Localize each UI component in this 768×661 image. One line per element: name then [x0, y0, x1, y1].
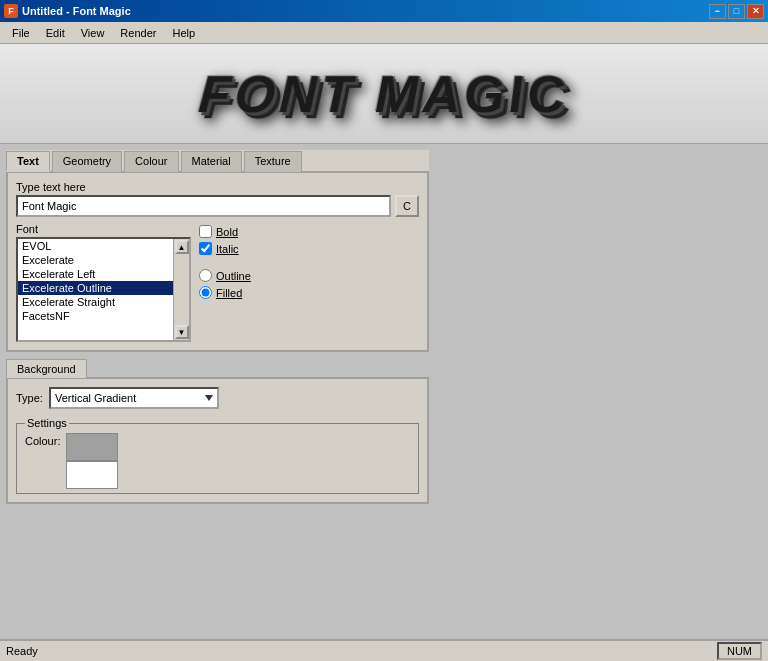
colour-label: Colour:: [25, 433, 60, 447]
type-select[interactable]: None Solid Colour Vertical Gradient Hori…: [49, 387, 219, 409]
background-tab[interactable]: Background: [6, 359, 87, 378]
app-icon: F: [4, 4, 18, 18]
tab-geometry[interactable]: Geometry: [52, 151, 122, 172]
background-tab-bar: Background: [6, 358, 429, 379]
colour-row: Colour:: [25, 433, 410, 489]
filled-row: Filled: [199, 286, 251, 299]
colour-swatch-top[interactable]: [66, 433, 118, 461]
font-label: Font: [16, 223, 191, 235]
scrollbar-up[interactable]: ▲: [175, 240, 189, 254]
type-text-group: Type text here C: [16, 181, 419, 217]
tab-material[interactable]: Material: [181, 151, 242, 172]
bold-label: Bold: [216, 226, 238, 238]
italic-checkbox[interactable]: [199, 242, 212, 255]
left-panel: Text Geometry Colour Material Texture Ty…: [0, 144, 435, 639]
font-list-group: Font EVOL Excelerate Excelerate Left Exc…: [16, 223, 191, 342]
maximize-button[interactable]: □: [728, 4, 745, 19]
outline-row: Outline: [199, 269, 251, 282]
font-item-excelerate-left[interactable]: Excelerate Left: [18, 267, 173, 281]
settings-group: Settings Colour:: [16, 417, 419, 494]
background-content: Type: None Solid Colour Vertical Gradien…: [8, 379, 427, 502]
menu-file[interactable]: File: [4, 25, 38, 41]
font-item-evol[interactable]: EVOL: [18, 239, 173, 253]
menu-help[interactable]: Help: [164, 25, 203, 41]
bold-checkbox[interactable]: [199, 225, 212, 238]
type-label: Type:: [16, 392, 43, 404]
type-text-label: Type text here: [16, 181, 419, 193]
close-button[interactable]: ✕: [747, 4, 764, 19]
font-list[interactable]: EVOL Excelerate Excelerate Left Excelera…: [18, 239, 173, 340]
italic-label: Italic: [216, 243, 239, 255]
menu-bar: File Edit View Render Help: [0, 22, 768, 44]
filled-radio[interactable]: [199, 286, 212, 299]
outline-label: Outline: [216, 270, 251, 282]
clear-button[interactable]: C: [395, 195, 419, 217]
font-item-excelerate-outline[interactable]: Excelerate Outline: [18, 281, 173, 295]
tab-colour[interactable]: Colour: [124, 151, 178, 172]
text-input-row: C: [16, 195, 419, 217]
font-item-facetsnf[interactable]: FacetsNF: [18, 309, 173, 323]
tab-bar: Text Geometry Colour Material Texture: [6, 150, 429, 173]
minimize-button[interactable]: −: [709, 4, 726, 19]
text-input[interactable]: [16, 195, 391, 217]
font-section: Font EVOL Excelerate Excelerate Left Exc…: [16, 223, 419, 342]
window-title: Untitled - Font Magic: [22, 5, 131, 17]
status-bar: Ready NUM: [0, 639, 768, 661]
background-panel-container: Background Type: None Solid Colour Verti…: [6, 358, 429, 633]
tab-panel-content: Type text here C Font EVOL: [6, 173, 429, 352]
settings-legend: Settings: [25, 417, 69, 429]
type-row: Type: None Solid Colour Vertical Gradien…: [16, 387, 419, 409]
scrollbar-down[interactable]: ▼: [175, 325, 189, 339]
menu-render[interactable]: Render: [112, 25, 164, 41]
background-panel: Type: None Solid Colour Vertical Gradien…: [6, 379, 429, 504]
filled-label: Filled: [216, 287, 242, 299]
colour-swatch-bottom[interactable]: [66, 461, 118, 489]
font-item-excelerate[interactable]: Excelerate: [18, 253, 173, 267]
title-bar: F Untitled - Font Magic − □ ✕: [0, 0, 768, 22]
bold-row: Bold: [199, 225, 251, 238]
status-text: Ready: [6, 645, 38, 657]
tab-texture[interactable]: Texture: [244, 151, 302, 172]
tab-text[interactable]: Text: [6, 151, 50, 172]
text-tab-panel: Text Geometry Colour Material Texture Ty…: [6, 150, 429, 352]
main-content: Text Geometry Colour Material Texture Ty…: [0, 144, 768, 639]
right-panel: [435, 144, 768, 639]
preview-area: FONT MAGIC: [0, 44, 768, 144]
font-item-excelerate-straight[interactable]: Excelerate Straight: [18, 295, 173, 309]
title-bar-left: F Untitled - Font Magic: [4, 4, 131, 18]
text-tab-content: Type text here C Font EVOL: [8, 173, 427, 350]
font-options: Bold Italic Outline: [199, 223, 251, 342]
menu-view[interactable]: View: [73, 25, 113, 41]
colour-swatches: [66, 433, 118, 489]
num-indicator: NUM: [717, 642, 762, 660]
preview-text: FONT MAGIC: [197, 64, 571, 124]
menu-edit[interactable]: Edit: [38, 25, 73, 41]
outline-radio[interactable]: [199, 269, 212, 282]
window-controls: − □ ✕: [709, 4, 764, 19]
italic-row: Italic: [199, 242, 251, 255]
